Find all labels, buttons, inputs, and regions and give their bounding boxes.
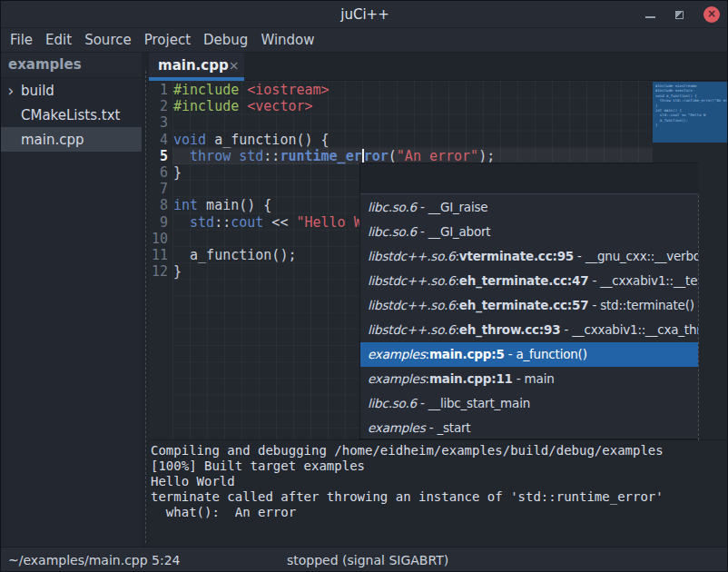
line-number: 10 [149,231,172,247]
file-location-status: ~/examples/main.cpp 5:24 [8,547,181,572]
window-title: juCi++ [340,6,389,23]
menu-item-source[interactable]: Source [78,28,138,53]
line-number: 11 [149,247,172,263]
backtrace-item[interactable]: libc.so.6 - __GI_abort [360,220,698,244]
line-number: 9 [149,214,172,231]
line-number: 7 [149,181,172,197]
line-number: 4 [149,132,172,148]
pane-divider[interactable] [142,53,149,547]
backtrace-item[interactable]: libc.so.6 - __GI_raise [360,195,698,220]
project-name-header: examples [1,53,142,78]
map-line: throw std::runtime_error("An error"); [655,98,727,103]
source-map-slider[interactable]: #include <iostream>#include <vector>void… [653,82,727,143]
tab-main-cpp[interactable]: main.cpp × [149,53,244,81]
backtrace-item[interactable]: examples:main.cpp:11 - main [360,367,698,391]
backtrace-popup-header [360,163,698,194]
map-line: } [655,123,727,127]
line-number: 8 [149,197,172,213]
minimize-icon[interactable] [645,16,655,18]
title-bar[interactable]: juCi++ × [1,1,728,28]
tab-label: main.cpp [158,57,229,74]
status-bar: ~/examples/main.cpp 5:24 stopped (signal… [1,547,728,572]
code-line-3 [173,114,653,131]
terminal-line: Hello World [151,474,728,489]
chevron-right-icon[interactable]: › [1,80,21,102]
menu-bar: FileEditSourceProjectDebugWindow [1,28,728,53]
terminal-line: what(): An error [151,505,728,520]
backtrace-popup: libc.so.6 - __GI_raiselibc.so.6 - __GI_a… [359,163,698,439]
backtrace-item[interactable]: libstdc++.so.6:vterminate.cc:95 - __gnu_… [360,244,698,269]
backtrace-item[interactable]: libstdc++.so.6:eh_throw.cc:93 - __cxxabi… [360,318,698,342]
menu-item-file[interactable]: File [4,28,39,53]
tab-close-icon[interactable]: × [229,59,240,72]
backtrace-item[interactable]: examples - _start [360,416,698,440]
sidebar-item-cmakelists-txt[interactable]: CMakeLists.txt [1,103,142,127]
maximize-icon[interactable] [675,11,684,19]
backtrace-list: libc.so.6 - __GI_raiselibc.so.6 - __GI_a… [360,195,699,440]
menu-item-edit[interactable]: Edit [39,28,78,53]
terminal-line: terminate called after throwing an insta… [151,489,728,505]
menu-item-debug[interactable]: Debug [197,28,254,53]
line-number: 6 [149,164,172,181]
tree-item-label: main.cpp [21,132,84,148]
sidebar-item-build[interactable]: ›build [1,78,142,103]
terminal-line: Compiling and debugging /home/eidheim/ex… [151,443,728,459]
backtrace-item[interactable]: libc.so.6 - __libc_start_main [360,391,698,416]
menu-item-project[interactable]: Project [138,28,197,53]
build-output-terminal[interactable]: Compiling and debugging /home/eidheim/ex… [149,439,728,547]
line-number: 1 [149,82,172,98]
backtrace-item[interactable]: examples:main.cpp:5 - a_function() [360,342,698,367]
tab-bar: main.cpp × [149,53,728,81]
menu-item-window[interactable]: Window [254,28,320,53]
terminal-line: [100%] Built target examples [151,459,728,474]
file-explorer-sidebar: examples ›buildCMakeLists.txtmain.cpp [1,53,142,547]
tree-item-label: CMakeLists.txt [21,107,120,123]
tree-item-label: build [21,83,54,99]
code-line-4: void a_function() { [173,132,653,148]
file-tree: ›buildCMakeLists.txtmain.cpp [1,78,142,152]
line-number: 12 [149,263,172,280]
debug-status: stopped (signal SIGABRT) [287,547,448,572]
line-number: 5 [149,148,172,164]
sidebar-item-main-cpp[interactable]: main.cpp [1,127,142,152]
code-line-2: #include <vector> [173,98,653,114]
window-controls: × [645,1,720,28]
line-number: 3 [149,114,172,131]
backtrace-item[interactable]: libstdc++.so.6:eh_terminate.cc:47 - __cx… [360,269,698,293]
line-number: 2 [149,98,172,114]
close-icon[interactable]: × [703,6,720,23]
line-number-gutter: 123456789101112 [149,82,172,280]
code-line-1: #include <iostream> [173,82,653,98]
backtrace-item[interactable]: libstdc++.so.6:eh_terminate.cc:57 - std:… [360,293,698,318]
juci-window: juCi++ × FileEditSourceProjectDebugWindo… [0,0,728,572]
